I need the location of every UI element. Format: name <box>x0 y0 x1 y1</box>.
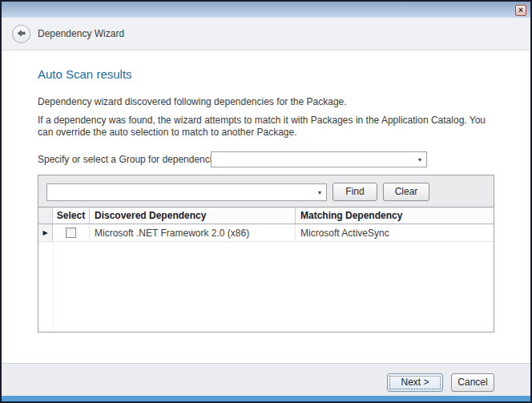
close-icon[interactable]: × <box>515 5 526 16</box>
wizard-title: Dependency Wizard <box>38 28 124 39</box>
row-marker-icon: ▶ <box>38 224 53 241</box>
chevron-down-icon[interactable]: ▼ <box>313 190 326 195</box>
group-combobox[interactable]: ▼ <box>211 151 427 167</box>
back-button[interactable] <box>12 25 30 43</box>
table-empty-area <box>38 243 494 332</box>
bottom-accent-strip <box>2 396 530 401</box>
find-button[interactable]: Find <box>332 183 377 201</box>
discovered-dependency-cell[interactable]: Microsoft .NET Framework 2.0 (x86) <box>90 224 296 241</box>
next-button[interactable]: Next > <box>387 373 443 392</box>
row-checkbox[interactable] <box>66 228 76 238</box>
dependencies-table: Select Discovered Dependency Matching De… <box>38 207 494 332</box>
wizard-header: Dependency Wizard <box>2 18 530 50</box>
title-bar: × <box>2 2 530 18</box>
page-title: Auto Scan results <box>38 67 132 81</box>
table-header-row: Select Discovered Dependency Matching De… <box>38 208 494 224</box>
description-line-2: If a dependency was found, the wizard at… <box>38 115 501 139</box>
dependency-wizard-window: × Dependency Wizard Auto Scan results De… <box>0 0 532 403</box>
column-header-matching-dependency[interactable]: Matching Dependency <box>296 208 494 224</box>
row-selector-column-line <box>53 243 54 332</box>
description-line-1: Dependency wizard discovered following d… <box>38 96 502 107</box>
clear-button[interactable]: Clear <box>383 183 429 201</box>
chevron-down-icon[interactable]: ▼ <box>413 157 426 163</box>
cancel-button[interactable]: Cancel <box>451 373 494 392</box>
dependencies-panel: ▼ Find Clear Select Discovered Dependenc… <box>38 175 494 332</box>
group-combo-label: Specify or select a Group for dependenci… <box>38 154 222 165</box>
table-row[interactable]: ▶ Microsoft .NET Framework 2.0 (x86) Mic… <box>38 224 494 242</box>
back-arrow-icon <box>16 27 26 42</box>
search-combobox[interactable]: ▼ <box>46 183 327 201</box>
matching-dependency-cell[interactable]: Microsoft ActiveSync <box>296 224 494 241</box>
select-cell <box>53 224 90 241</box>
column-header-discovered-dependency[interactable]: Discovered Dependency <box>90 208 296 224</box>
column-header-select[interactable]: Select <box>53 208 90 224</box>
row-selector-header <box>38 208 53 224</box>
